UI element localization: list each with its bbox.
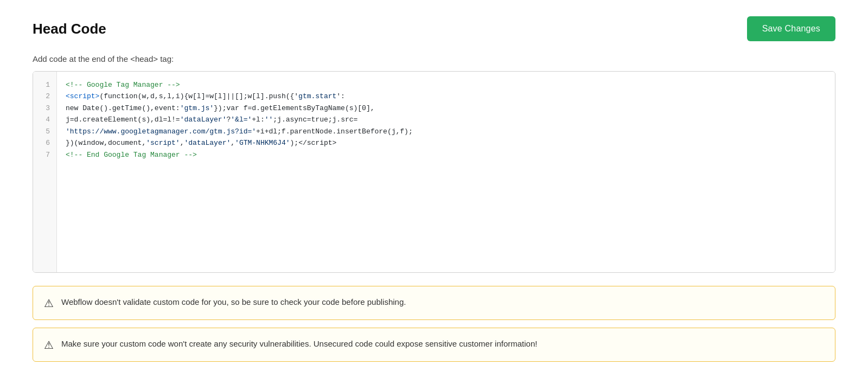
code-editor[interactable]: 1234567 <!-- Google Tag Manager --><scri…	[33, 72, 835, 272]
warning-icon: ⚠	[44, 297, 54, 310]
warnings-container: ⚠Webflow doesn't validate custom code fo…	[33, 286, 835, 362]
warning-2: ⚠Make sure your custom code won't create…	[33, 328, 835, 362]
warning-1: ⚠Webflow doesn't validate custom code fo…	[33, 286, 835, 320]
code-content[interactable]: <!-- Google Tag Manager --><script>(func…	[57, 72, 835, 272]
warning-text: Webflow doesn't validate custom code for…	[61, 296, 824, 309]
page-title: Head Code	[33, 21, 106, 37]
warning-text: Make sure your custom code won't create …	[61, 338, 824, 350]
page-wrapper: Head Code Save Changes Add code at the e…	[0, 0, 868, 390]
description-text: Add code at the end of the <head> tag:	[33, 54, 835, 63]
warning-icon: ⚠	[44, 338, 54, 351]
code-editor-wrapper: 1234567 <!-- Google Tag Manager --><scri…	[33, 71, 835, 273]
save-changes-button[interactable]: Save Changes	[747, 16, 835, 41]
header-row: Head Code Save Changes	[33, 11, 835, 41]
line-numbers: 1234567	[33, 72, 57, 272]
